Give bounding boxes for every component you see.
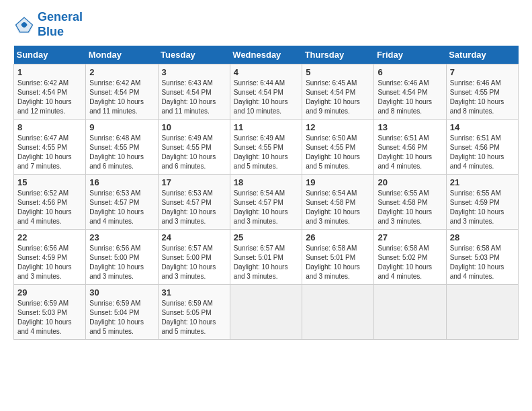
day-info: Sunrise: 6:59 AMSunset: 5:05 PMDaylight:…: [162, 300, 216, 335]
day-number: 18: [234, 177, 298, 187]
day-info: Sunrise: 6:55 AMSunset: 4:59 PMDaylight:…: [450, 189, 504, 225]
day-cell-6: 6 Sunrise: 6:46 AMSunset: 4:54 PMDayligh…: [374, 64, 446, 120]
calendar-week-3: 15 Sunrise: 6:52 AMSunset: 4:56 PMDaylig…: [14, 175, 519, 230]
day-cell-20: 20 Sunrise: 6:55 AMSunset: 4:58 PMDaylig…: [374, 175, 446, 230]
day-cell-10: 10 Sunrise: 6:49 AMSunset: 4:55 PMDaylig…: [158, 120, 230, 175]
day-info: Sunrise: 6:52 AMSunset: 4:56 PMDaylight:…: [17, 189, 72, 225]
day-info: Sunrise: 6:56 AMSunset: 4:59 PMDaylight:…: [17, 244, 72, 280]
day-info: Sunrise: 6:58 AMSunset: 5:03 PMDaylight:…: [450, 244, 504, 280]
day-info: Sunrise: 6:43 AMSunset: 4:54 PMDaylight:…: [162, 79, 216, 115]
day-number: 30: [89, 287, 154, 298]
day-number: 5: [306, 67, 370, 77]
day-info: Sunrise: 6:59 AMSunset: 5:04 PMDaylight:…: [89, 300, 144, 335]
day-cell-14: 14 Sunrise: 6:51 AMSunset: 4:56 PMDaylig…: [446, 120, 518, 175]
day-info: Sunrise: 6:48 AMSunset: 4:55 PMDaylight:…: [89, 134, 144, 170]
day-number: 10: [162, 122, 226, 132]
day-number: 17: [162, 177, 226, 187]
day-cell-31: 31 Sunrise: 6:59 AMSunset: 5:05 PMDaylig…: [158, 285, 230, 340]
day-number: 9: [89, 122, 154, 132]
day-number: 2: [89, 67, 154, 77]
logo: General Blue: [13, 10, 83, 39]
day-cell-15: 15 Sunrise: 6:52 AMSunset: 4:56 PMDaylig…: [14, 175, 86, 230]
day-cell-22: 22 Sunrise: 6:56 AMSunset: 4:59 PMDaylig…: [14, 230, 86, 285]
day-number: 8: [17, 122, 82, 132]
day-info: Sunrise: 6:54 AMSunset: 4:57 PMDaylight:…: [234, 189, 288, 225]
day-info: Sunrise: 6:45 AMSunset: 4:54 PMDaylight:…: [306, 79, 360, 115]
day-info: Sunrise: 6:42 AMSunset: 4:54 PMDaylight:…: [89, 79, 144, 115]
day-cell-28: 28 Sunrise: 6:58 AMSunset: 5:03 PMDaylig…: [446, 230, 518, 285]
day-number: 20: [378, 177, 442, 187]
empty-cell: [446, 285, 518, 340]
header-thursday: Thursday: [302, 46, 374, 64]
day-number: 6: [378, 67, 442, 77]
day-cell-29: 29 Sunrise: 6:59 AMSunset: 5:03 PMDaylig…: [14, 285, 86, 340]
day-info: Sunrise: 6:56 AMSunset: 5:00 PMDaylight:…: [89, 244, 144, 280]
day-number: 11: [234, 122, 298, 132]
day-info: Sunrise: 6:57 AMSunset: 5:01 PMDaylight:…: [234, 244, 288, 280]
day-number: 28: [450, 232, 515, 242]
day-info: Sunrise: 6:47 AMSunset: 4:55 PMDaylight:…: [17, 134, 72, 170]
day-number: 22: [17, 232, 82, 242]
empty-cell: [230, 285, 302, 340]
day-cell-3: 3 Sunrise: 6:43 AMSunset: 4:54 PMDayligh…: [158, 64, 230, 120]
calendar-week-2: 8 Sunrise: 6:47 AMSunset: 4:55 PMDayligh…: [14, 120, 519, 175]
day-info: Sunrise: 6:53 AMSunset: 4:57 PMDaylight:…: [162, 189, 216, 225]
day-number: 24: [162, 232, 226, 242]
calendar-week-4: 22 Sunrise: 6:56 AMSunset: 4:59 PMDaylig…: [14, 230, 519, 285]
day-number: 29: [17, 287, 82, 298]
day-number: 16: [89, 177, 154, 187]
day-cell-16: 16 Sunrise: 6:53 AMSunset: 4:57 PMDaylig…: [86, 175, 158, 230]
header-monday: Monday: [86, 46, 158, 64]
calendar-table: SundayMondayTuesdayWednesdayThursdayFrid…: [13, 46, 519, 340]
logo-text: General Blue: [38, 10, 83, 39]
day-cell-11: 11 Sunrise: 6:49 AMSunset: 4:55 PMDaylig…: [230, 120, 302, 175]
day-cell-21: 21 Sunrise: 6:55 AMSunset: 4:59 PMDaylig…: [446, 175, 518, 230]
day-info: Sunrise: 6:55 AMSunset: 4:58 PMDaylight:…: [378, 189, 432, 225]
day-cell-12: 12 Sunrise: 6:50 AMSunset: 4:55 PMDaylig…: [302, 120, 374, 175]
day-number: 27: [378, 232, 442, 242]
day-info: Sunrise: 6:46 AMSunset: 4:55 PMDaylight:…: [450, 79, 504, 115]
day-cell-24: 24 Sunrise: 6:57 AMSunset: 5:00 PMDaylig…: [158, 230, 230, 285]
day-info: Sunrise: 6:49 AMSunset: 4:55 PMDaylight:…: [162, 134, 216, 170]
day-info: Sunrise: 6:58 AMSunset: 5:01 PMDaylight:…: [306, 244, 360, 280]
day-cell-5: 5 Sunrise: 6:45 AMSunset: 4:54 PMDayligh…: [302, 64, 374, 120]
day-info: Sunrise: 6:51 AMSunset: 4:56 PMDaylight:…: [450, 134, 504, 170]
header-saturday: Saturday: [446, 46, 518, 64]
day-cell-4: 4 Sunrise: 6:44 AMSunset: 4:54 PMDayligh…: [230, 64, 302, 120]
page-header: General Blue: [13, 10, 519, 39]
header-wednesday: Wednesday: [230, 46, 302, 64]
empty-cell: [302, 285, 374, 340]
day-info: Sunrise: 6:53 AMSunset: 4:57 PMDaylight:…: [89, 189, 144, 225]
day-cell-2: 2 Sunrise: 6:42 AMSunset: 4:54 PMDayligh…: [86, 64, 158, 120]
day-cell-8: 8 Sunrise: 6:47 AMSunset: 4:55 PMDayligh…: [14, 120, 86, 175]
day-number: 31: [162, 287, 226, 298]
day-info: Sunrise: 6:50 AMSunset: 4:55 PMDaylight:…: [306, 134, 360, 170]
day-cell-13: 13 Sunrise: 6:51 AMSunset: 4:56 PMDaylig…: [374, 120, 446, 175]
day-info: Sunrise: 6:57 AMSunset: 5:00 PMDaylight:…: [162, 244, 216, 280]
day-cell-1: 1 Sunrise: 6:42 AMSunset: 4:54 PMDayligh…: [14, 64, 86, 120]
day-cell-30: 30 Sunrise: 6:59 AMSunset: 5:04 PMDaylig…: [86, 285, 158, 340]
day-number: 14: [450, 122, 515, 132]
calendar-week-1: 1 Sunrise: 6:42 AMSunset: 4:54 PMDayligh…: [14, 64, 519, 120]
day-number: 13: [378, 122, 442, 132]
day-number: 19: [306, 177, 370, 187]
day-number: 26: [306, 232, 370, 242]
day-info: Sunrise: 6:58 AMSunset: 5:02 PMDaylight:…: [378, 244, 432, 280]
day-cell-25: 25 Sunrise: 6:57 AMSunset: 5:01 PMDaylig…: [230, 230, 302, 285]
day-info: Sunrise: 6:51 AMSunset: 4:56 PMDaylight:…: [378, 134, 432, 170]
day-info: Sunrise: 6:54 AMSunset: 4:58 PMDaylight:…: [306, 189, 360, 225]
empty-cell: [374, 285, 446, 340]
day-number: 4: [234, 67, 298, 77]
day-info: Sunrise: 6:46 AMSunset: 4:54 PMDaylight:…: [378, 79, 432, 115]
day-cell-9: 9 Sunrise: 6:48 AMSunset: 4:55 PMDayligh…: [86, 120, 158, 175]
day-number: 7: [450, 67, 515, 77]
day-info: Sunrise: 6:59 AMSunset: 5:03 PMDaylight:…: [17, 300, 72, 335]
calendar-week-5: 29 Sunrise: 6:59 AMSunset: 5:03 PMDaylig…: [14, 285, 519, 340]
day-cell-19: 19 Sunrise: 6:54 AMSunset: 4:58 PMDaylig…: [302, 175, 374, 230]
day-cell-17: 17 Sunrise: 6:53 AMSunset: 4:57 PMDaylig…: [158, 175, 230, 230]
day-number: 15: [17, 177, 82, 187]
day-cell-7: 7 Sunrise: 6:46 AMSunset: 4:55 PMDayligh…: [446, 64, 518, 120]
day-number: 1: [17, 67, 82, 77]
day-info: Sunrise: 6:44 AMSunset: 4:54 PMDaylight:…: [234, 79, 288, 115]
day-cell-18: 18 Sunrise: 6:54 AMSunset: 4:57 PMDaylig…: [230, 175, 302, 230]
